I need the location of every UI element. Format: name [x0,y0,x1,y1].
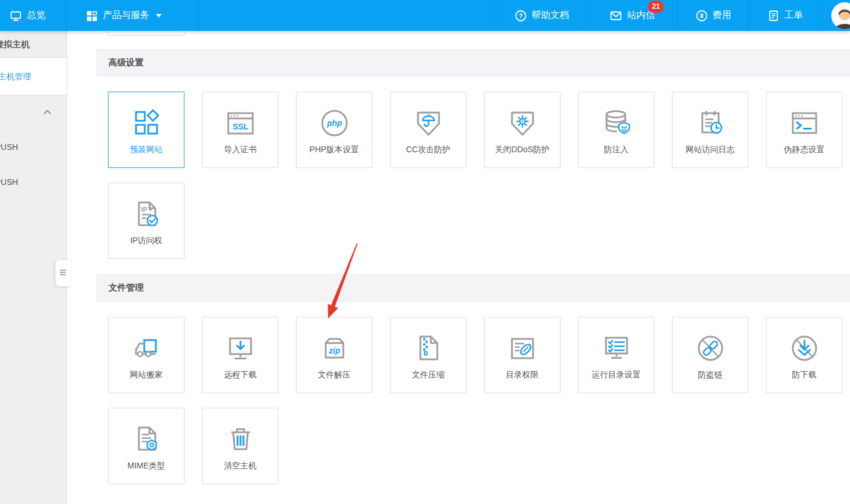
yen-circle-icon: ¥ [695,9,708,22]
nav-label: 费用 [713,9,731,22]
caret-down-icon [155,13,162,19]
doc-paperclip-icon [506,332,539,366]
card-mime-types[interactable]: MIME类型 [108,408,184,484]
envelope-icon [609,9,622,22]
nav-work-orders[interactable]: 工单 [748,0,821,31]
card-cc-protection[interactable]: CC攻击防护 [390,92,466,168]
app-grid-icon [130,107,163,141]
moving-truck-icon [130,332,163,366]
card-dir-permission[interactable]: 目录权限 [484,317,560,393]
card-label: CC攻击防护 [406,145,450,155]
card-label: 预装网站 [130,145,163,155]
card-ddos-protection-off[interactable]: 关闭DDoS防护 [484,92,560,168]
main-content: 高级设置预装网站SSL导入证书phpPHP版本设置CC攻击防护关闭DDoS防护防… [67,31,850,504]
collapse-menu-icon [58,267,68,280]
nav-overview[interactable]: 总览 [0,0,67,31]
nav-site-messages[interactable]: 站内信21 [587,0,677,31]
sidebar-subitem-1[interactable]: PUSH [0,164,67,200]
shield-umbrella-icon [412,107,445,141]
card-grid-advanced-settings: 预装网站SSL导入证书phpPHP版本设置CC攻击防护关闭DDoS防护防注入网站… [108,92,850,259]
sidebar-item-host-management[interactable]: 主机管理 [0,58,67,95]
card-file-unzip[interactable]: zip文件解压 [296,317,372,393]
help-circle-icon: ? [514,9,527,22]
nav-help-docs[interactable]: ?帮助文档 [496,0,587,31]
avatar-area [821,0,850,31]
topbar-left-nav: 总览产品与服务 [0,0,199,31]
card-label: IP访问权 [130,236,162,246]
ticket-icon [767,9,780,22]
card-label: 伪静态设置 [784,145,825,155]
card-prefab-sites[interactable]: 预装网站 [108,92,184,168]
card-label: 文件解压 [318,370,351,380]
card-grid-file-management: 网站搬家远程下载zip文件解压文件压缩目录权限运行目录设置防盗链防下载MIME类… [108,317,850,484]
sidebar-group-title: 虚拟主机 [0,31,67,58]
sidebar-submenu: PUSHPUSH [0,95,67,200]
card-php-version[interactable]: phpPHP版本设置 [296,92,372,168]
nav-label: 总览 [27,9,46,22]
partial-card-above [108,31,184,36]
nav-products-services[interactable]: 产品与服务 [67,0,199,31]
card-label: 运行目录设置 [592,370,641,380]
card-label: 网站搬家 [130,370,163,380]
notepad-clock-icon [694,107,727,141]
collapse-group-button[interactable] [0,96,67,130]
ip-doc-check-icon: IP [130,198,163,232]
nav-label: 产品与服务 [103,9,149,22]
nav-label: 帮助文档 [532,9,569,22]
sidebar-subitem-0[interactable]: PUSH [0,130,67,164]
card-run-dir-settings[interactable]: 运行目录设置 [578,317,654,393]
card-file-compress[interactable]: 文件压缩 [390,317,466,393]
monitor-checklist-icon [600,332,633,366]
card-rewrite-settings[interactable]: 伪静态设置 [766,92,842,168]
no-download-icon [788,332,821,366]
card-ip-access[interactable]: IPIP访问权 [108,183,184,259]
card-anti-hotlink[interactable]: 防盗链 [672,317,748,393]
topbar: 总览产品与服务 ?帮助文档站内信21¥费用工单 [0,0,850,31]
section-header-file-management: 文件管理 [96,274,850,302]
section-header-advanced-settings: 高级设置 [96,49,850,76]
card-label: 防盗链 [698,370,723,380]
monitor-icon [9,9,22,22]
card-label: 目录权限 [506,370,539,380]
card-label: 远程下载 [224,370,257,380]
card-clear-host[interactable]: 清空主机 [202,408,278,484]
card-label: 防下载 [792,370,817,380]
svg-text:?: ? [518,12,522,19]
php-circle-icon: php [318,107,351,141]
card-label: 关闭DDoS防护 [495,145,549,155]
svg-text:zip: zip [328,346,340,355]
card-label: MIME类型 [127,461,165,471]
card-import-cert[interactable]: SSL导入证书 [202,92,278,168]
section-title: 文件管理 [109,282,144,293]
section-file-management: 文件管理网站搬家远程下载zip文件解压文件压缩目录权限运行目录设置防盗链防下载M… [67,274,850,484]
database-shield-icon [600,107,633,141]
card-label: 网站访问日志 [686,145,735,155]
card-site-migration[interactable]: 网站搬家 [108,317,184,393]
card-access-logs[interactable]: 网站访问日志 [672,92,748,168]
monitor-download-icon [224,332,257,366]
section-advanced-settings: 高级设置预装网站SSL导入证书phpPHP版本设置CC攻击防护关闭DDoS防护防… [67,49,850,259]
topbar-right-nav: ?帮助文档站内信21¥费用工单 [496,0,850,31]
trash-icon [224,423,257,457]
zip-file-icon [412,332,445,366]
zip-box-icon: zip [318,332,351,366]
user-avatar[interactable] [831,2,850,29]
card-anti-download[interactable]: 防下载 [766,317,842,393]
nav-fees[interactable]: ¥费用 [677,0,748,31]
card-anti-injection[interactable]: 防注入 [578,92,654,168]
no-hotlink-icon [694,332,727,366]
grid-menu-icon [85,9,98,22]
ssl-window-icon: SSL [224,107,257,141]
card-remote-download[interactable]: 远程下载 [202,317,278,393]
doc-gear-icon [130,423,163,457]
card-label: PHP版本设置 [309,145,359,155]
terminal-window-icon [788,107,821,141]
section-title: 高级设置 [109,57,144,68]
svg-text:php: php [326,118,342,128]
shield-virus-icon [506,107,539,141]
chevron-up-icon [42,107,53,118]
card-label: 导入证书 [224,145,257,155]
sidebar-collapse-handle[interactable] [55,260,71,286]
svg-text:SSL: SSL [232,122,249,131]
card-label: 文件压缩 [412,370,445,380]
